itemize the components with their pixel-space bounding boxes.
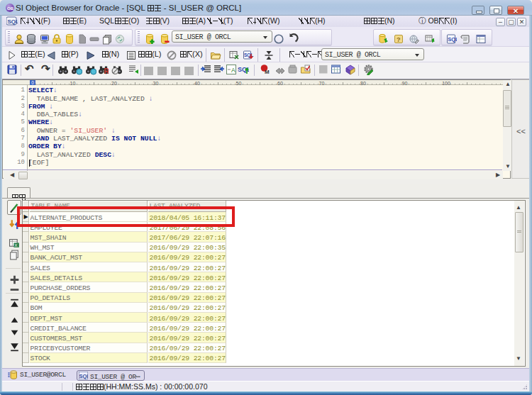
svg-text:M: M: [265, 69, 270, 75]
svg-text:SQL: SQL: [8, 18, 18, 25]
svg-text:SQL: SQL: [79, 373, 89, 379]
svg-text:A: A: [231, 67, 235, 74]
svg-text:SQL: SQL: [448, 36, 457, 43]
svg-text:?: ?: [397, 36, 401, 43]
svg-text:X: X: [15, 243, 18, 247]
svg-text:R: R: [104, 67, 110, 75]
